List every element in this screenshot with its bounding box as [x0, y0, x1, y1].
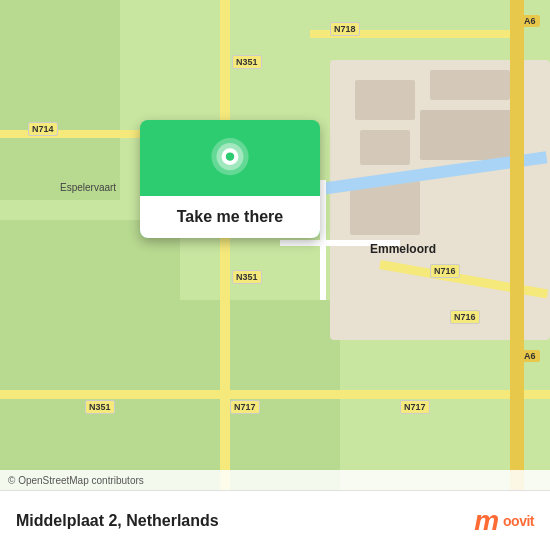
moovit-logo: m oovit [474, 507, 534, 535]
road-label-n714: N714 [28, 122, 58, 136]
place-label-espelervaart: Espelervaart [60, 182, 116, 193]
field-patch [0, 220, 180, 490]
road-label-n716b: N716 [450, 310, 480, 324]
road-label-n718: N718 [330, 22, 360, 36]
moovit-m-letter: m [474, 507, 499, 535]
pin-area [140, 120, 320, 196]
location-pin-icon [208, 138, 252, 182]
building-block [360, 130, 410, 165]
map-container[interactable]: N714 N718 N351 N351 N351 N716 N716 N717 … [0, 0, 550, 490]
tooltip-card: Take me there [140, 120, 320, 238]
road-n351-vertical [220, 0, 230, 490]
road-label-n351b: N351 [85, 400, 115, 414]
field-patch [0, 0, 120, 200]
road-label-n717b: N717 [400, 400, 430, 414]
building-block [355, 80, 415, 120]
road-label-n717a: N717 [230, 400, 260, 414]
place-label-emmeloord: Emmeloord [370, 242, 436, 256]
svg-point-3 [226, 152, 234, 160]
road-label-n716a: N716 [430, 264, 460, 278]
attribution-text: © OpenStreetMap contributors [8, 475, 144, 486]
road-label-n351c: N351 [232, 55, 262, 69]
moovit-brand-text: oovit [503, 513, 534, 529]
bottom-bar: Middelplaat 2, Netherlands m oovit [0, 490, 550, 550]
location-name: Middelplaat 2, Netherlands [16, 512, 474, 530]
building-block [430, 70, 510, 100]
take-me-there-button[interactable]: Take me there [140, 196, 320, 238]
attribution-bar: © OpenStreetMap contributors [0, 470, 550, 490]
road-connector-v [320, 180, 326, 300]
building-block [420, 110, 520, 160]
highway-a6 [510, 0, 524, 490]
road-label-a6a: A6 [520, 15, 540, 27]
road-label-a6b: A6 [520, 350, 540, 362]
road-label-n351a: N351 [232, 270, 262, 284]
road-n717 [0, 390, 550, 399]
